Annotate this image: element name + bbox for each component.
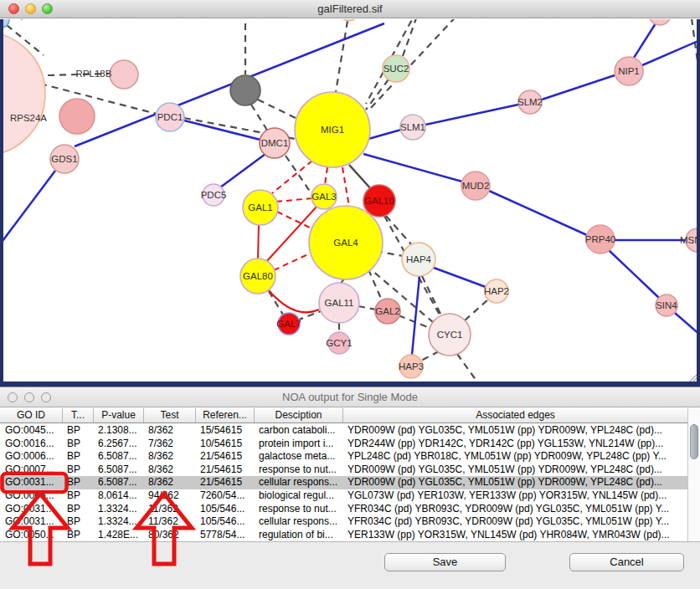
network-window-titlebar[interactable]: galFiltered.sif <box>0 0 700 18</box>
edge-dash[interactable] <box>40 84 157 114</box>
edge-reddash[interactable] <box>325 167 327 185</box>
cell-desc: carbon cataboli... <box>254 424 342 438</box>
table-row[interactable]: GO:0006...BP6.5087...8/36221/54615galact… <box>0 450 687 464</box>
node-label-CYC1: CYC1 <box>437 330 463 340</box>
edge-blue[interactable] <box>609 250 659 298</box>
column-header-desc[interactable]: Desciption <box>254 408 342 423</box>
table-row[interactable]: GO:0065...BP8.0614...94/3627260/54...bio… <box>0 489 687 503</box>
cell-ref: 7260/54... <box>195 489 254 503</box>
node-label-GAL4: GAL4 <box>333 238 358 248</box>
column-header-edges[interactable]: Associated edges <box>342 408 687 423</box>
table-row[interactable]: GO:0007...BP6.5087...8/36221/54615respon… <box>0 464 687 477</box>
vertical-scrollbar[interactable] <box>687 408 700 541</box>
table-row[interactable]: GO:0031...BP1.3324...11/362105/546...res… <box>0 503 687 516</box>
button-bar: Save Cancel <box>0 541 700 589</box>
cell-test: 8/362 <box>143 450 195 464</box>
edge-blue[interactable] <box>3 171 55 241</box>
node-label-RPL18B: RPL18B <box>76 69 112 79</box>
edge-blue[interactable] <box>489 191 587 235</box>
cell-ref: 21/54615 <box>195 450 254 464</box>
cell-desc: response to nut... <box>254 503 342 516</box>
cell-desc: cellular respons... <box>254 476 342 489</box>
node-label-MIG1: MIG1 <box>321 125 344 135</box>
node-RPS24A[interactable] <box>59 99 95 134</box>
cell-edges: YDR244W (pp) YDR142C, YDR142C (pp) YGL15… <box>342 438 687 451</box>
edge-reddash[interactable] <box>342 167 349 207</box>
edge-blue[interactable] <box>412 276 419 355</box>
cell-test: 94/362 <box>143 489 195 503</box>
edge-blue[interactable] <box>634 23 656 58</box>
column-header-test[interactable]: Test <box>143 408 195 423</box>
cell-p: 1.3324... <box>93 503 143 516</box>
edge-blue[interactable] <box>675 313 697 335</box>
edge-blue[interactable] <box>425 105 518 125</box>
scrollbar-thumb[interactable] <box>690 424 698 459</box>
cell-edges: YDR009W (pd) YGL035C, YML051W (pp) YDR00… <box>342 476 687 489</box>
cell-p: 1.428E... <box>93 529 143 542</box>
column-header-p[interactable]: P-value <box>93 408 143 423</box>
column-header-type[interactable]: T... <box>62 408 93 423</box>
cell-test: 11/362 <box>143 503 195 516</box>
cell-go: GO:0050... <box>0 529 62 542</box>
cell-desc: cellular respons... <box>254 515 342 529</box>
cell-ref: 21/54615 <box>195 476 254 489</box>
edge-reddash[interactable] <box>276 198 312 202</box>
edge-red[interactable] <box>258 225 259 259</box>
column-header-go[interactable]: GO ID <box>0 408 62 423</box>
resize-grip[interactable] <box>688 373 697 382</box>
cancel-button[interactable]: Cancel <box>569 553 684 571</box>
edge-dash[interactable] <box>421 351 439 361</box>
edge-blue[interactable] <box>542 75 615 100</box>
node-label-PDC5: PDC5 <box>201 190 227 200</box>
cell-go: GO:0007... <box>0 464 62 477</box>
node-pink-top-right-node[interactable] <box>649 19 671 25</box>
cell-type: BP <box>62 450 93 464</box>
node-label-GAL80: GAL80 <box>243 271 273 281</box>
edge-blue[interactable] <box>368 130 401 139</box>
node-label-MUD2: MUD2 <box>462 181 490 191</box>
cell-ref: 105/546... <box>195 503 254 516</box>
noa-window: NOA output for Single Mode GO IDT...P-va… <box>0 387 700 589</box>
cell-go: GO:0016... <box>0 438 62 451</box>
cell-go: GO:0031... <box>0 476 62 489</box>
table-row[interactable]: GO:0031...BP1.3324...11/362105/546...cel… <box>0 515 687 529</box>
cell-ref: 105/546... <box>195 515 254 529</box>
edge-blue[interactable] <box>184 120 260 140</box>
edge-blue[interactable] <box>434 268 486 287</box>
table-row[interactable]: GO:0016...BP6.2567...7/36210/54615protei… <box>0 438 687 451</box>
edge-dash[interactable] <box>465 299 489 320</box>
edge-dash[interactable] <box>258 100 299 120</box>
node-label-SUC2: SUC2 <box>383 64 409 74</box>
cell-p: 1.3324... <box>93 515 143 529</box>
cell-desc: response to nut... <box>254 464 342 477</box>
edge-dark[interactable] <box>349 165 372 190</box>
edge-reddash[interactable] <box>274 253 311 270</box>
edge-dash[interactable] <box>422 276 442 317</box>
save-button[interactable]: Save <box>384 553 506 571</box>
node-label-HAP4: HAP4 <box>406 254 432 264</box>
network-graph[interactable]: RPL18BRPS24AGDS1PDC1DMC1MIG1SUC2SLM1SLM2… <box>3 19 697 382</box>
cell-test: 8/362 <box>143 464 195 477</box>
edge-dash[interactable] <box>457 354 481 382</box>
cell-desc: protein import i... <box>254 438 342 451</box>
edge-blue[interactable] <box>642 40 697 65</box>
edge-dash[interactable] <box>692 19 697 79</box>
column-header-ref[interactable]: Referen... <box>195 408 254 423</box>
node-label-GCY1: GCY1 <box>326 338 352 348</box>
noa-window-titlebar[interactable]: NOA output for Single Mode <box>0 387 700 407</box>
edge-blue[interactable] <box>363 154 462 182</box>
node-green-top-node[interactable] <box>339 19 359 21</box>
node-label-RPS24A: RPS24A <box>10 113 47 123</box>
table-row[interactable]: GO:0031...BP6.5087...8/36221/54615cellul… <box>0 476 687 489</box>
cell-p: 6.5087... <box>93 450 143 464</box>
edge-blue[interactable] <box>220 154 265 187</box>
node-gray-node[interactable] <box>230 75 260 105</box>
edge-dash[interactable] <box>336 21 347 92</box>
edge-dash[interactable] <box>251 105 268 131</box>
network-canvas[interactable]: RPL18BRPS24AGDS1PDC1DMC1MIG1SUC2SLM1SLM2… <box>0 19 700 387</box>
network-window: galFiltered.sif RPL18BRPS24AGDS1PDC1DMC1… <box>0 0 700 387</box>
edge-dash[interactable] <box>358 306 376 310</box>
table-row[interactable]: GO:0045...BP2.1308...8/36215/54615carbon… <box>0 424 687 438</box>
node-RPL18B[interactable] <box>110 60 138 89</box>
table-row[interactable]: GO:0050...BP1.428E...80/3625778/54...reg… <box>0 529 687 542</box>
